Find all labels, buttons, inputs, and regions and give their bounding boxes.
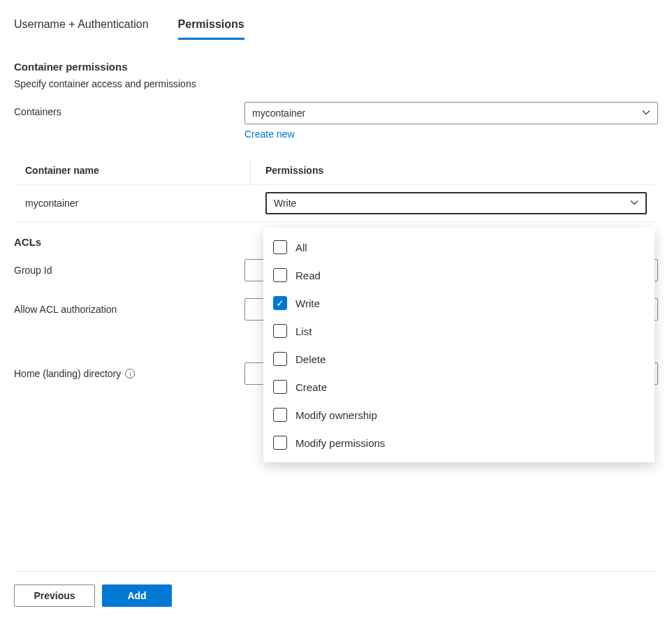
checkbox[interactable] bbox=[273, 380, 287, 394]
checkbox[interactable] bbox=[273, 408, 287, 422]
checkmark-icon: ✓ bbox=[276, 298, 284, 308]
chevron-down-icon bbox=[642, 108, 650, 119]
info-icon[interactable]: i bbox=[125, 369, 135, 378]
tab-username-auth[interactable]: Username + Authentication bbox=[14, 14, 149, 40]
checkbox[interactable] bbox=[273, 240, 287, 254]
permission-option-label: Modify ownership bbox=[295, 409, 377, 421]
container-table: Container name Permissions mycontainer W… bbox=[14, 156, 658, 222]
checkbox[interactable] bbox=[273, 352, 287, 366]
permission-option-label: Create bbox=[295, 381, 327, 393]
create-new-link[interactable]: Create new bbox=[244, 128, 295, 140]
permission-option[interactable]: Modify ownership bbox=[263, 401, 655, 429]
permission-option[interactable]: Create bbox=[263, 373, 655, 401]
checkbox[interactable] bbox=[273, 268, 287, 282]
permission-option-label: Modify permissions bbox=[295, 437, 385, 449]
th-permissions: Permissions bbox=[251, 156, 658, 184]
permission-option-label: Write bbox=[295, 297, 320, 309]
allow-acl-label: Allow ACL authorization bbox=[14, 304, 244, 315]
footer: Previous Add bbox=[14, 571, 658, 607]
permission-option-label: Delete bbox=[295, 353, 326, 365]
section-title: Container permissions bbox=[14, 61, 658, 73]
checkbox[interactable] bbox=[273, 436, 287, 450]
checkbox[interactable] bbox=[273, 324, 287, 338]
permission-option-label: All bbox=[295, 242, 307, 253]
section-description: Specify container access and permissions bbox=[14, 78, 658, 89]
home-directory-label: Home (landing) directory i bbox=[14, 368, 244, 379]
permission-option-label: Read bbox=[295, 270, 321, 281]
footer-separator bbox=[14, 571, 658, 572]
containers-select-value: mycontainer bbox=[252, 108, 305, 119]
permissions-select-value: Write bbox=[274, 198, 296, 209]
permission-option[interactable]: ✓Write bbox=[263, 289, 655, 317]
permission-option[interactable]: All bbox=[263, 233, 655, 261]
permission-option[interactable]: Read bbox=[263, 261, 655, 289]
containers-label: Containers bbox=[14, 102, 244, 117]
previous-button[interactable]: Previous bbox=[14, 584, 95, 607]
group-id-label: Group Id bbox=[14, 265, 244, 276]
permissions-select[interactable]: Write bbox=[265, 192, 647, 214]
table-header: Container name Permissions bbox=[14, 156, 658, 185]
containers-select[interactable]: mycontainer bbox=[244, 102, 658, 124]
tab-bar: Username + Authentication Permissions bbox=[14, 14, 658, 40]
permission-option[interactable]: List bbox=[263, 317, 655, 345]
chevron-down-icon bbox=[630, 198, 638, 209]
th-container-name: Container name bbox=[14, 156, 251, 184]
permission-option[interactable]: Modify permissions bbox=[263, 429, 655, 457]
home-directory-label-text: Home (landing) directory bbox=[14, 368, 121, 379]
table-row: mycontainer Write bbox=[14, 185, 658, 222]
td-container-name: mycontainer bbox=[14, 198, 251, 209]
tab-permissions[interactable]: Permissions bbox=[178, 14, 244, 40]
checkbox[interactable]: ✓ bbox=[273, 296, 287, 310]
permission-option[interactable]: Delete bbox=[263, 345, 655, 373]
permission-option-label: List bbox=[295, 325, 312, 337]
add-button[interactable]: Add bbox=[102, 584, 172, 607]
permissions-dropdown-panel: AllRead✓WriteListDeleteCreateModify owne… bbox=[263, 228, 655, 462]
container-permissions-section: Container permissions Specify container … bbox=[14, 61, 658, 140]
